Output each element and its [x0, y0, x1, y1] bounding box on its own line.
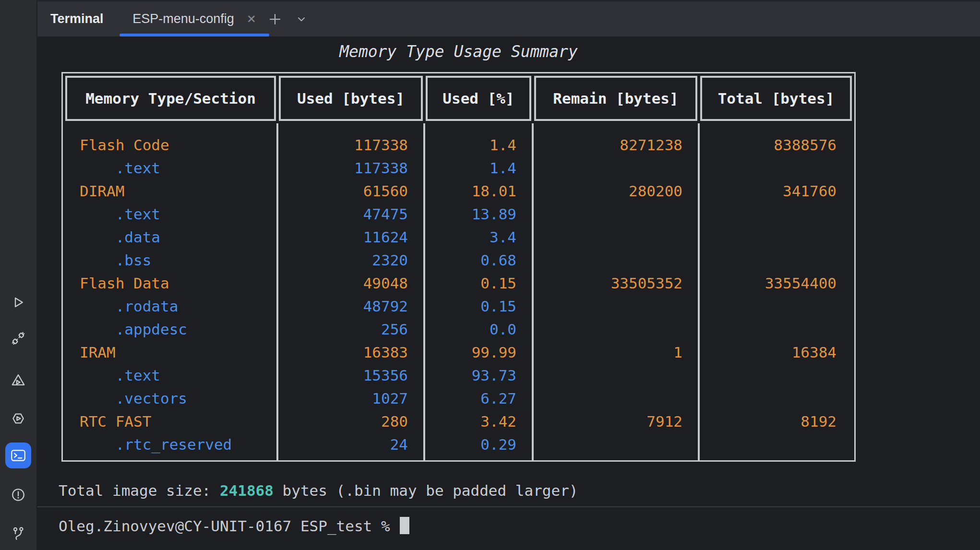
- table-header-row: Memory Type/SectionUsed [bytes]Used [%]R…: [65, 76, 852, 121]
- row-value: 0.29: [425, 433, 532, 456]
- chevron-down-icon[interactable]: [288, 1, 314, 36]
- row-value: [534, 387, 698, 410]
- row-value: [534, 226, 698, 249]
- row-value: 1027: [278, 387, 423, 410]
- row-value: [700, 318, 852, 341]
- row-value: 33554400: [700, 272, 852, 295]
- total-size-value: 241868: [220, 482, 274, 499]
- table-column: 1173381173386156047475116242320490484879…: [278, 123, 425, 460]
- table-body: Flash Code .textDIRAM .text .data .bssFl…: [65, 123, 852, 460]
- ide-terminal-window: Terminal ESP-menu-config ✕ Memory Type U…: [0, 0, 980, 550]
- shell-prompt-text: Oleg.Zinovyev@CY-UNIT-0167 ESP_test %: [59, 517, 399, 535]
- row-value: 8192: [700, 410, 852, 433]
- row-section-name: .rtc_reserved: [65, 433, 276, 456]
- git-branch-icon[interactable]: [5, 521, 31, 547]
- row-value: [700, 433, 852, 456]
- row-value: 1.4: [425, 156, 532, 179]
- row-value: [700, 364, 852, 387]
- row-section-name: .text: [65, 364, 276, 387]
- row-value: [700, 156, 852, 179]
- terminal-tabbar: Terminal ESP-menu-config ✕: [37, 0, 980, 36]
- row-value: 61560: [278, 179, 423, 203]
- row-value: 48792: [278, 295, 423, 318]
- profiler-triangle-icon[interactable]: [5, 367, 31, 393]
- total-size-prefix: Total image size:: [59, 482, 220, 499]
- row-section-name: DIRAM: [65, 179, 276, 203]
- row-section-name: .vectors: [65, 387, 276, 410]
- row-value: 2320: [278, 249, 423, 272]
- column-header: Remain [bytes]: [534, 76, 697, 121]
- tool-window-sidebar: [0, 0, 37, 550]
- row-section-name: Flash Code: [65, 133, 276, 156]
- row-section-name: .bss: [65, 249, 276, 272]
- row-value: 0.68: [425, 249, 532, 272]
- row-value: 0.15: [425, 272, 532, 295]
- row-value: 256: [278, 318, 423, 341]
- row-value: 93.73: [425, 364, 532, 387]
- row-value: 341760: [700, 179, 852, 203]
- table-column: 82712382802003350535217912: [534, 123, 700, 460]
- row-value: 8388576: [700, 133, 852, 156]
- total-size-suffix: bytes (.bin may be padded larger): [274, 482, 578, 499]
- row-value: 16383: [278, 341, 423, 364]
- row-value: 16384: [700, 341, 852, 364]
- row-value: 3.4: [425, 226, 532, 249]
- services-icon[interactable]: [5, 406, 31, 431]
- terminal-divider: [37, 506, 980, 507]
- row-value: [700, 203, 852, 226]
- row-value: 18.01: [425, 179, 532, 203]
- shell-prompt-line[interactable]: Oleg.Zinovyev@CY-UNIT-0167 ESP_test %: [59, 514, 409, 538]
- column-header: Used [%]: [426, 76, 531, 121]
- row-value: [534, 156, 698, 179]
- row-value: 47475: [278, 203, 423, 226]
- memory-usage-table: Memory Type/SectionUsed [bytes]Used [%]R…: [61, 72, 856, 462]
- row-value: 0.0: [425, 318, 532, 341]
- row-value: [700, 387, 852, 410]
- row-section-name: .text: [65, 156, 276, 179]
- row-value: 7912: [534, 410, 698, 433]
- close-icon[interactable]: ✕: [247, 13, 256, 25]
- row-section-name: RTC FAST: [65, 410, 276, 433]
- row-value: 33505352: [534, 272, 698, 295]
- row-value: [534, 203, 698, 226]
- row-section-name: .appdesc: [65, 318, 276, 341]
- terminal-icon[interactable]: [5, 442, 31, 468]
- total-image-size-line: Total image size: 241868 bytes (.bin may…: [59, 479, 578, 502]
- column-header: Memory Type/Section: [65, 76, 276, 121]
- row-section-name: Flash Data: [65, 272, 276, 295]
- terminal-output: Memory Type Usage Summary Memory Type/Se…: [37, 36, 980, 550]
- row-value: 117338: [278, 156, 423, 179]
- row-value: 3.42: [425, 410, 532, 433]
- row-section-name: .text: [65, 203, 276, 226]
- run-icon[interactable]: [5, 289, 31, 315]
- row-value: 117338: [278, 133, 423, 156]
- row-value: [534, 318, 698, 341]
- column-header: Total [bytes]: [700, 76, 852, 121]
- row-value: [700, 295, 852, 318]
- row-value: 13.89: [425, 203, 532, 226]
- row-value: 8271238: [534, 133, 698, 156]
- column-header: Used [bytes]: [279, 76, 423, 121]
- row-value: 0.15: [425, 295, 532, 318]
- attach-plug-icon[interactable]: [5, 325, 31, 351]
- row-value: 1.4: [425, 133, 532, 156]
- row-section-name: .data: [65, 226, 276, 249]
- row-value: 6.27: [425, 387, 532, 410]
- tool-window-title: Terminal: [50, 1, 104, 36]
- table-column: Flash Code .textDIRAM .text .data .bssFl…: [65, 123, 278, 460]
- tab-esp-menu-config[interactable]: ESP-menu-config ✕: [120, 1, 269, 36]
- row-value: 280: [278, 410, 423, 433]
- terminal-cursor: [400, 517, 409, 534]
- problems-icon[interactable]: [5, 482, 31, 508]
- row-value: [700, 226, 852, 249]
- row-value: [534, 249, 698, 272]
- row-value: 280200: [534, 179, 698, 203]
- row-value: [700, 249, 852, 272]
- row-value: 24: [278, 433, 423, 456]
- new-tab-plus-icon[interactable]: [262, 1, 288, 36]
- table-title: Memory Type Usage Summary: [61, 41, 856, 62]
- row-value: 11624: [278, 226, 423, 249]
- table-column: 838857634176033554400163848192: [700, 123, 852, 460]
- row-value: [534, 364, 698, 387]
- tab-label: ESP-menu-config: [132, 12, 234, 26]
